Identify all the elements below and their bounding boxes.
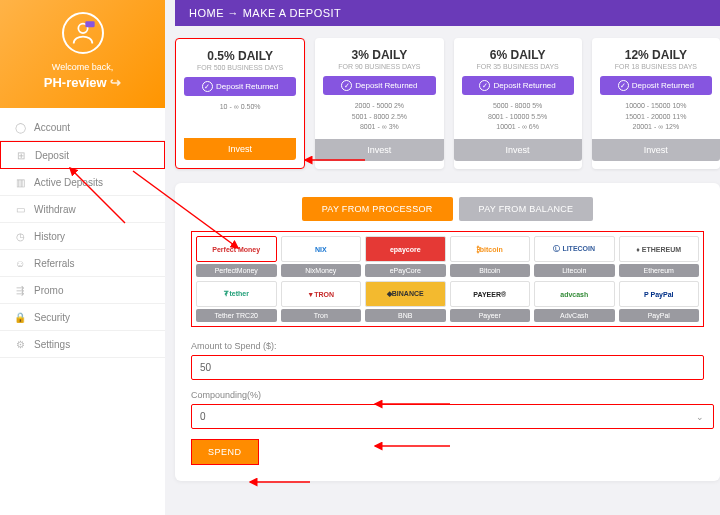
processor-label: ePayCore	[365, 264, 446, 277]
deposit-form: Amount to Spend ($): Compounding(%) ⌄ SP…	[191, 341, 704, 465]
plan-card[interactable]: 3% DAILYFOR 90 BUSINESS DAYSDeposit Retu…	[315, 38, 443, 169]
compound-select[interactable]	[191, 404, 714, 429]
plan-tiers: 5000 - 8000 5%8001 - 10000 5.5%10001 - ∞…	[462, 101, 574, 133]
bars-icon: ▥	[14, 176, 26, 188]
processor-logo: NIX	[281, 236, 362, 262]
deposit-returned-badge: Deposit Returned	[462, 76, 574, 95]
processor-epaycore[interactable]: epaycoreePayCore	[365, 236, 446, 277]
amount-input[interactable]	[191, 355, 704, 380]
user-icon: ◯	[14, 121, 26, 133]
profile-card: Welcome back, PH-review ↪	[0, 0, 165, 108]
processor-paypal[interactable]: P PayPalPayPal	[619, 281, 700, 322]
processor-label: PerfectMoney	[196, 264, 277, 277]
tab-pay-processor[interactable]: PAY FROM PROCESSOR	[302, 197, 453, 221]
avatar	[62, 12, 104, 54]
processor-nixmoney[interactable]: NIXNixMoney	[281, 236, 362, 277]
plan-title: 0.5% DAILY	[184, 49, 296, 63]
card-icon: ▭	[14, 203, 26, 215]
nav-account[interactable]: ◯Account	[0, 114, 165, 141]
svg-rect-1	[85, 21, 94, 27]
plan-title: 12% DAILY	[600, 48, 712, 62]
invest-button[interactable]: Invest	[454, 139, 582, 161]
compound-label: Compounding(%)	[191, 390, 704, 400]
processor-label: AdvCash	[534, 309, 615, 322]
processor-label: NixMoney	[281, 264, 362, 277]
processor-label: Payeer	[450, 309, 531, 322]
logout-icon[interactable]: ↪	[110, 75, 121, 90]
deposit-returned-badge: Deposit Returned	[184, 77, 296, 96]
nav-deposit[interactable]: ⊞Deposit	[0, 141, 165, 169]
plan-subtitle: FOR 90 BUSINESS DAYS	[323, 63, 435, 70]
processor-logo: epaycore	[365, 236, 446, 262]
plan-tiers: 2000 - 5000 2%5001 - 8000 2.5%8001 - ∞ 3…	[323, 101, 435, 133]
plan-title: 6% DAILY	[462, 48, 574, 62]
tab-pay-balance[interactable]: PAY FROM BALANCE	[459, 197, 594, 221]
plan-subtitle: FOR 18 BUSINESS DAYS	[600, 63, 712, 70]
pay-tabs: PAY FROM PROCESSOR PAY FROM BALANCE	[191, 197, 704, 221]
deposit-returned-badge: Deposit Returned	[600, 76, 712, 95]
nav-menu: ◯Account⊞Deposit▥Active Deposits▭Withdra…	[0, 108, 165, 364]
invest-button[interactable]: Invest	[184, 138, 296, 160]
processor-tether-trc20[interactable]: ₮ tetherTether TRC20	[196, 281, 277, 322]
processor-advcash[interactable]: advcashAdvCash	[534, 281, 615, 322]
processor-label: BNB	[365, 309, 446, 322]
processor-logo: PAYEER®	[450, 281, 531, 307]
username: PH-review ↪	[10, 75, 155, 90]
deposit-returned-badge: Deposit Returned	[323, 76, 435, 95]
processor-label: Ethereum	[619, 264, 700, 277]
nav-referrals[interactable]: ☺Referrals	[0, 250, 165, 277]
breadcrumb-home[interactable]: HOME	[189, 7, 224, 19]
nav-security[interactable]: 🔒Security	[0, 304, 165, 331]
invest-button[interactable]: Invest	[592, 139, 720, 161]
breadcrumb-current: MAKE A DEPOSIT	[243, 7, 342, 19]
nav-settings[interactable]: ⚙Settings	[0, 331, 165, 358]
plan-title: 3% DAILY	[323, 48, 435, 62]
plan-subtitle: FOR 500 BUSINESS DAYS	[184, 64, 296, 71]
processor-logo: ♦ ETHEREUM	[619, 236, 700, 262]
processor-logo: ▼TRON	[281, 281, 362, 307]
invest-button[interactable]: Invest	[315, 139, 443, 161]
breadcrumb: HOME → MAKE A DEPOSIT	[175, 0, 720, 26]
processor-perfectmoney[interactable]: Perfect MoneyPerfectMoney	[196, 236, 277, 277]
processor-logo: advcash	[534, 281, 615, 307]
processor-label: Tether TRC20	[196, 309, 277, 322]
processor-label: PayPal	[619, 309, 700, 322]
welcome-text: Welcome back,	[10, 62, 155, 72]
processor-label: Tron	[281, 309, 362, 322]
nav-history[interactable]: ◷History	[0, 223, 165, 250]
spend-button[interactable]: SPEND	[191, 439, 259, 465]
plan-card[interactable]: 0.5% DAILYFOR 500 BUSINESS DAYSDeposit R…	[175, 38, 305, 169]
plan-card[interactable]: 12% DAILYFOR 18 BUSINESS DAYSDeposit Ret…	[592, 38, 720, 169]
lock-icon: 🔒	[14, 311, 26, 323]
nav-promo[interactable]: ⇶Promo	[0, 277, 165, 304]
processor-label: Litecoin	[534, 264, 615, 277]
processor-logo: Ⓛ LITECOIN	[534, 236, 615, 262]
people-icon: ☺	[14, 257, 26, 269]
processor-logo: ₮ tether	[196, 281, 277, 307]
plus-icon: ⊞	[15, 149, 27, 161]
deposit-panel: PAY FROM PROCESSOR PAY FROM BALANCE Perf…	[175, 183, 720, 481]
main-content: HOME → MAKE A DEPOSIT 0.5% DAILYFOR 500 …	[175, 0, 720, 515]
processor-logo: P PayPal	[619, 281, 700, 307]
processor-litecoin[interactable]: Ⓛ LITECOINLitecoin	[534, 236, 615, 277]
clock-icon: ◷	[14, 230, 26, 242]
processor-logo: Perfect Money	[196, 236, 277, 262]
processor-bitcoin[interactable]: ₿bitcoinBitcoin	[450, 236, 531, 277]
nav-active-deposits[interactable]: ▥Active Deposits	[0, 169, 165, 196]
plan-tiers: 10 - ∞ 0.50%	[184, 102, 296, 132]
processor-payeer[interactable]: PAYEER®Payeer	[450, 281, 531, 322]
plan-card[interactable]: 6% DAILYFOR 35 BUSINESS DAYSDeposit Retu…	[454, 38, 582, 169]
share-icon: ⇶	[14, 284, 26, 296]
chevron-down-icon[interactable]: ⌄	[696, 412, 704, 422]
plan-subtitle: FOR 35 BUSINESS DAYS	[462, 63, 574, 70]
processor-bnb[interactable]: ◆BINANCEBNB	[365, 281, 446, 322]
amount-label: Amount to Spend ($):	[191, 341, 704, 351]
processor-tron[interactable]: ▼TRONTron	[281, 281, 362, 322]
sidebar: Welcome back, PH-review ↪ ◯Account⊞Depos…	[0, 0, 165, 515]
processor-ethereum[interactable]: ♦ ETHEREUMEthereum	[619, 236, 700, 277]
sliders-icon: ⚙	[14, 338, 26, 350]
processor-label: Bitcoin	[450, 264, 531, 277]
nav-withdraw[interactable]: ▭Withdraw	[0, 196, 165, 223]
processor-grid: Perfect MoneyPerfectMoneyNIXNixMoneyepay…	[191, 231, 704, 327]
processor-logo: ◆BINANCE	[365, 281, 446, 307]
